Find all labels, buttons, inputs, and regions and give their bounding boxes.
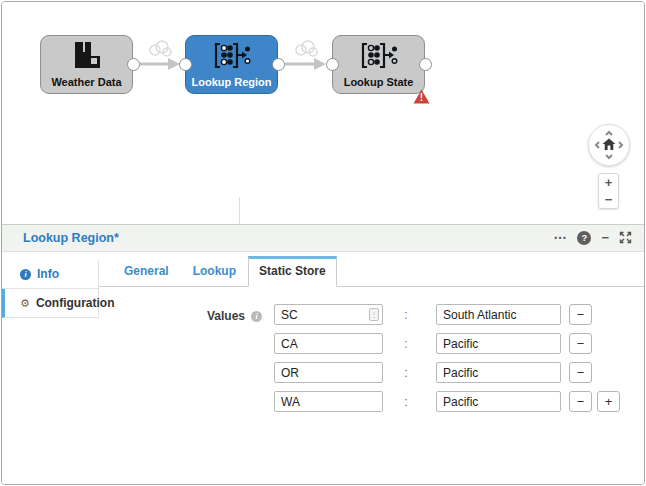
expand-icon[interactable] <box>619 231 632 246</box>
error-warning-icon[interactable]: ! <box>413 89 430 108</box>
pan-down-icon <box>606 155 612 158</box>
minimize-icon[interactable]: − <box>601 231 609 245</box>
panel-sidebar: i Info ⚙ Configuration <box>2 252 99 485</box>
sidebar-item-info[interactable]: i Info <box>2 260 99 289</box>
value-input[interactable] <box>436 304 561 325</box>
values-label-col: Valuesi <box>99 304 262 420</box>
more-options-icon[interactable]: ⋯ <box>553 231 567 245</box>
value-row: ⋮ : − <box>274 304 620 325</box>
suggest-icon[interactable]: ⋮ <box>369 308 379 321</box>
lookup-icon <box>186 42 277 73</box>
remove-row-button[interactable]: − <box>569 333 592 354</box>
panel-header-icons: ⋯ ? − <box>553 231 632 246</box>
tab-general[interactable]: General <box>112 258 181 286</box>
home-icon <box>603 139 616 151</box>
port-lookup-state-out[interactable] <box>419 58 432 71</box>
value-input[interactable] <box>436 333 561 354</box>
pipeline-canvas[interactable]: Weather Data L <box>2 2 644 224</box>
remove-row-button[interactable]: − <box>569 391 592 412</box>
port-weather-data-out[interactable] <box>127 58 140 71</box>
panel-header: Lookup Region* ⋯ ? − <box>2 224 644 252</box>
panel-body: i Info ⚙ Configuration General Lookup St… <box>2 252 644 485</box>
zoom-in-button[interactable]: + <box>605 176 613 189</box>
kv-separator: : <box>401 366 411 380</box>
svg-text:!: ! <box>420 92 423 103</box>
factory-icon <box>41 42 132 73</box>
value-input[interactable] <box>436 391 561 412</box>
gear-icon: ⚙ <box>20 297 30 310</box>
port-lookup-region-out[interactable] <box>272 58 285 71</box>
remove-row-button[interactable]: − <box>569 362 592 383</box>
node-lookup-state[interactable]: Lookup State <box>332 35 425 94</box>
sidebar-item-label: Info <box>37 267 59 281</box>
panel-content: General Lookup Static Store Valuesi ⋮ <box>99 252 644 485</box>
tab-bar: General Lookup Static Store <box>99 252 644 287</box>
port-lookup-state-in[interactable] <box>326 58 339 71</box>
value-row: : − <box>274 362 620 383</box>
panel-title: Lookup Region* <box>23 231 553 245</box>
app-window: Weather Data L <box>1 1 645 485</box>
tab-static-store[interactable]: Static Store <box>248 256 337 287</box>
node-label: Lookup State <box>333 76 424 88</box>
remove-row-button[interactable]: − <box>569 304 592 325</box>
values-info-icon[interactable]: i <box>251 311 262 322</box>
value-row: : − + <box>274 391 620 412</box>
node-label: Lookup Region <box>186 76 277 88</box>
add-row-button[interactable]: + <box>597 391 620 412</box>
static-store-form: Valuesi ⋮ : − <box>99 287 644 420</box>
pan-left-icon <box>596 142 599 148</box>
node-lookup-region[interactable]: Lookup Region <box>185 35 278 94</box>
pan-right-icon <box>619 142 622 148</box>
value-input[interactable] <box>436 362 561 383</box>
kv-separator: : <box>401 308 411 322</box>
key-input[interactable] <box>274 362 383 383</box>
key-input[interactable] <box>274 304 383 325</box>
canvas-gridline <box>239 197 240 224</box>
key-input[interactable] <box>274 333 383 354</box>
kv-separator: : <box>401 395 411 409</box>
info-icon: i <box>20 269 31 280</box>
value-row: : − <box>274 333 620 354</box>
kv-separator: : <box>401 337 411 351</box>
canvas-pan-control[interactable] <box>588 124 630 166</box>
tab-lookup[interactable]: Lookup <box>181 258 248 286</box>
pan-up-icon <box>606 132 612 135</box>
values-label: Values <box>207 309 245 323</box>
values-rows: ⋮ : − : − <box>274 304 620 420</box>
port-lookup-region-in[interactable] <box>179 58 192 71</box>
sidebar-item-configuration[interactable]: ⚙ Configuration <box>2 289 99 318</box>
zoom-out-button[interactable]: − <box>605 193 613 206</box>
help-icon[interactable]: ? <box>577 231 591 245</box>
config-panel: Lookup Region* ⋯ ? − i <box>2 224 644 485</box>
node-label: Weather Data <box>41 76 132 88</box>
key-input[interactable] <box>274 391 383 412</box>
canvas-zoom-control: + − <box>598 173 619 209</box>
node-weather-data[interactable]: Weather Data <box>40 35 133 94</box>
lookup-icon <box>333 42 424 73</box>
